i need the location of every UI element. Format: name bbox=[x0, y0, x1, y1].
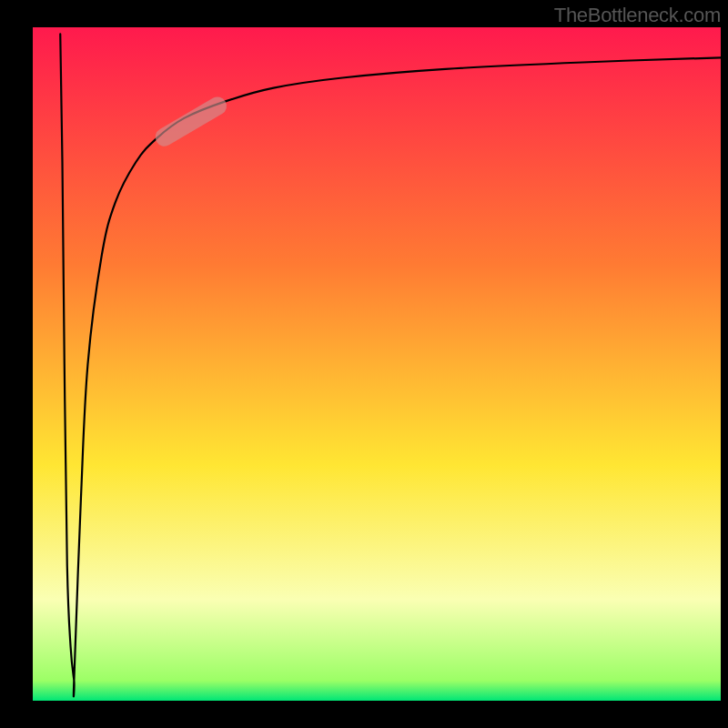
bottleneck-chart bbox=[0, 0, 728, 728]
watermark-text: TheBottleneck.com bbox=[554, 4, 721, 27]
right-bar bbox=[721, 0, 728, 728]
plot-area bbox=[0, 0, 728, 728]
plot-background bbox=[33, 27, 721, 701]
y-axis-bar bbox=[0, 0, 33, 728]
x-axis-bar bbox=[0, 701, 728, 728]
